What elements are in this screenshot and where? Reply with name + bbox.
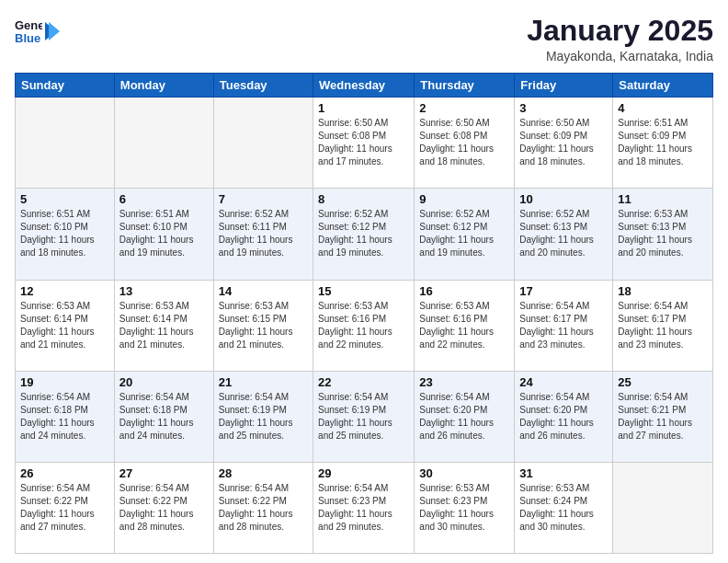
calendar-cell-0-0 bbox=[16, 98, 115, 189]
calendar-cell-1-5: 10Sunrise: 6:52 AM Sunset: 6:13 PM Dayli… bbox=[515, 189, 613, 280]
svg-text:General: General bbox=[15, 18, 42, 32]
header-thursday: Thursday bbox=[415, 74, 515, 98]
day-number-19: 19 bbox=[20, 375, 109, 389]
calendar-cell-4-3: 29Sunrise: 6:54 AM Sunset: 6:23 PM Dayli… bbox=[313, 462, 415, 553]
header: General Blue January 2025 Mayakonda, Kar… bbox=[15, 15, 713, 63]
day-info-1: Sunrise: 6:50 AM Sunset: 6:08 PM Dayligh… bbox=[318, 117, 409, 168]
day-number-10: 10 bbox=[519, 192, 608, 206]
day-info-14: Sunrise: 6:53 AM Sunset: 6:15 PM Dayligh… bbox=[219, 300, 308, 351]
header-wednesday: Wednesday bbox=[313, 74, 415, 98]
week-row-3: 19Sunrise: 6:54 AM Sunset: 6:18 PM Dayli… bbox=[16, 371, 713, 462]
day-number-13: 13 bbox=[119, 284, 209, 298]
day-info-28: Sunrise: 6:54 AM Sunset: 6:22 PM Dayligh… bbox=[219, 482, 308, 534]
day-number-7: 7 bbox=[219, 192, 308, 206]
calendar-cell-1-6: 11Sunrise: 6:53 AM Sunset: 6:13 PM Dayli… bbox=[613, 189, 713, 280]
day-info-13: Sunrise: 6:53 AM Sunset: 6:14 PM Dayligh… bbox=[119, 300, 209, 351]
calendar-cell-2-3: 15Sunrise: 6:53 AM Sunset: 6:16 PM Dayli… bbox=[313, 280, 415, 371]
logo-inner: General Blue bbox=[15, 15, 60, 48]
day-info-3: Sunrise: 6:50 AM Sunset: 6:09 PM Dayligh… bbox=[519, 117, 608, 168]
day-info-18: Sunrise: 6:54 AM Sunset: 6:17 PM Dayligh… bbox=[618, 300, 708, 351]
day-info-5: Sunrise: 6:51 AM Sunset: 6:10 PM Dayligh… bbox=[20, 208, 109, 259]
day-info-6: Sunrise: 6:51 AM Sunset: 6:10 PM Dayligh… bbox=[119, 208, 209, 259]
logo-shape: General Blue bbox=[15, 15, 42, 48]
day-info-29: Sunrise: 6:54 AM Sunset: 6:23 PM Dayligh… bbox=[318, 482, 409, 534]
day-info-22: Sunrise: 6:54 AM Sunset: 6:19 PM Dayligh… bbox=[318, 391, 409, 442]
calendar-cell-2-4: 16Sunrise: 6:53 AM Sunset: 6:16 PM Dayli… bbox=[415, 280, 515, 371]
day-info-27: Sunrise: 6:54 AM Sunset: 6:22 PM Dayligh… bbox=[119, 482, 209, 534]
svg-marker-3 bbox=[49, 22, 60, 40]
calendar-cell-4-4: 30Sunrise: 6:53 AM Sunset: 6:23 PM Dayli… bbox=[415, 462, 515, 553]
day-number-12: 12 bbox=[20, 284, 109, 298]
day-number-24: 24 bbox=[519, 375, 608, 389]
calendar-cell-3-6: 25Sunrise: 6:54 AM Sunset: 6:21 PM Dayli… bbox=[613, 371, 713, 462]
svg-text:Blue: Blue bbox=[15, 31, 40, 45]
month-title: January 2025 bbox=[527, 15, 713, 47]
day-info-8: Sunrise: 6:52 AM Sunset: 6:12 PM Dayligh… bbox=[318, 208, 409, 259]
day-number-1: 1 bbox=[318, 101, 409, 115]
calendar-table: Sunday Monday Tuesday Wednesday Thursday… bbox=[15, 73, 713, 554]
calendar-cell-3-2: 21Sunrise: 6:54 AM Sunset: 6:19 PM Dayli… bbox=[213, 371, 313, 462]
header-monday: Monday bbox=[114, 74, 213, 98]
day-info-4: Sunrise: 6:51 AM Sunset: 6:09 PM Dayligh… bbox=[618, 117, 708, 168]
week-row-0: 1Sunrise: 6:50 AM Sunset: 6:08 PM Daylig… bbox=[16, 98, 713, 189]
day-info-11: Sunrise: 6:53 AM Sunset: 6:13 PM Dayligh… bbox=[618, 208, 708, 259]
header-friday: Friday bbox=[515, 74, 613, 98]
week-row-4: 26Sunrise: 6:54 AM Sunset: 6:22 PM Dayli… bbox=[16, 462, 713, 553]
day-info-7: Sunrise: 6:52 AM Sunset: 6:11 PM Dayligh… bbox=[219, 208, 308, 259]
calendar-cell-4-0: 26Sunrise: 6:54 AM Sunset: 6:22 PM Dayli… bbox=[16, 462, 115, 553]
day-number-23: 23 bbox=[419, 375, 509, 389]
day-info-10: Sunrise: 6:52 AM Sunset: 6:13 PM Dayligh… bbox=[519, 208, 608, 259]
day-number-2: 2 bbox=[419, 101, 509, 115]
day-number-17: 17 bbox=[519, 284, 608, 298]
day-number-9: 9 bbox=[419, 192, 509, 206]
day-info-30: Sunrise: 6:53 AM Sunset: 6:23 PM Dayligh… bbox=[419, 482, 509, 534]
day-info-26: Sunrise: 6:54 AM Sunset: 6:22 PM Dayligh… bbox=[20, 482, 109, 534]
calendar-cell-2-6: 18Sunrise: 6:54 AM Sunset: 6:17 PM Dayli… bbox=[613, 280, 713, 371]
day-number-14: 14 bbox=[219, 284, 308, 298]
calendar-cell-1-2: 7Sunrise: 6:52 AM Sunset: 6:11 PM Daylig… bbox=[213, 189, 313, 280]
day-info-20: Sunrise: 6:54 AM Sunset: 6:18 PM Dayligh… bbox=[119, 391, 209, 442]
day-info-21: Sunrise: 6:54 AM Sunset: 6:19 PM Dayligh… bbox=[219, 391, 308, 442]
day-number-26: 26 bbox=[20, 466, 109, 480]
day-number-15: 15 bbox=[318, 284, 409, 298]
day-number-28: 28 bbox=[219, 466, 308, 480]
day-info-23: Sunrise: 6:54 AM Sunset: 6:20 PM Dayligh… bbox=[419, 391, 509, 442]
day-info-24: Sunrise: 6:54 AM Sunset: 6:20 PM Dayligh… bbox=[519, 391, 608, 442]
day-number-6: 6 bbox=[119, 192, 209, 206]
page: General Blue January 2025 Mayakonda, Kar… bbox=[0, 0, 728, 563]
week-row-1: 5Sunrise: 6:51 AM Sunset: 6:10 PM Daylig… bbox=[16, 189, 713, 280]
location-subtitle: Mayakonda, Karnataka, India bbox=[527, 49, 713, 63]
calendar-cell-4-2: 28Sunrise: 6:54 AM Sunset: 6:22 PM Dayli… bbox=[213, 462, 313, 553]
calendar-cell-3-3: 22Sunrise: 6:54 AM Sunset: 6:19 PM Dayli… bbox=[313, 371, 415, 462]
day-info-31: Sunrise: 6:53 AM Sunset: 6:24 PM Dayligh… bbox=[519, 482, 608, 534]
day-number-11: 11 bbox=[618, 192, 708, 206]
day-info-17: Sunrise: 6:54 AM Sunset: 6:17 PM Dayligh… bbox=[519, 300, 608, 351]
calendar-cell-4-5: 31Sunrise: 6:53 AM Sunset: 6:24 PM Dayli… bbox=[515, 462, 613, 553]
calendar-cell-3-0: 19Sunrise: 6:54 AM Sunset: 6:18 PM Dayli… bbox=[16, 371, 115, 462]
calendar-cell-2-5: 17Sunrise: 6:54 AM Sunset: 6:17 PM Dayli… bbox=[515, 280, 613, 371]
calendar-cell-2-2: 14Sunrise: 6:53 AM Sunset: 6:15 PM Dayli… bbox=[213, 280, 313, 371]
calendar-cell-0-4: 2Sunrise: 6:50 AM Sunset: 6:08 PM Daylig… bbox=[415, 98, 515, 189]
calendar-cell-4-6 bbox=[613, 462, 713, 553]
day-number-4: 4 bbox=[618, 101, 708, 115]
logo: General Blue bbox=[15, 15, 60, 48]
day-info-2: Sunrise: 6:50 AM Sunset: 6:08 PM Dayligh… bbox=[419, 117, 509, 168]
day-info-12: Sunrise: 6:53 AM Sunset: 6:14 PM Dayligh… bbox=[20, 300, 109, 351]
header-saturday: Saturday bbox=[613, 74, 713, 98]
day-number-18: 18 bbox=[618, 284, 708, 298]
day-number-25: 25 bbox=[618, 375, 708, 389]
day-number-8: 8 bbox=[318, 192, 409, 206]
calendar-cell-3-5: 24Sunrise: 6:54 AM Sunset: 6:20 PM Dayli… bbox=[515, 371, 613, 462]
title-block: January 2025 Mayakonda, Karnataka, India bbox=[527, 15, 713, 63]
calendar-cell-0-3: 1Sunrise: 6:50 AM Sunset: 6:08 PM Daylig… bbox=[313, 98, 415, 189]
day-number-16: 16 bbox=[419, 284, 509, 298]
calendar-cell-2-1: 13Sunrise: 6:53 AM Sunset: 6:14 PM Dayli… bbox=[114, 280, 213, 371]
calendar-cell-1-1: 6Sunrise: 6:51 AM Sunset: 6:10 PM Daylig… bbox=[114, 189, 213, 280]
calendar-cell-0-2 bbox=[213, 98, 313, 189]
day-number-22: 22 bbox=[318, 375, 409, 389]
calendar-cell-1-0: 5Sunrise: 6:51 AM Sunset: 6:10 PM Daylig… bbox=[16, 189, 115, 280]
day-number-31: 31 bbox=[519, 466, 608, 480]
calendar-cell-0-5: 3Sunrise: 6:50 AM Sunset: 6:09 PM Daylig… bbox=[515, 98, 613, 189]
day-number-20: 20 bbox=[119, 375, 209, 389]
calendar-cell-3-4: 23Sunrise: 6:54 AM Sunset: 6:20 PM Dayli… bbox=[415, 371, 515, 462]
